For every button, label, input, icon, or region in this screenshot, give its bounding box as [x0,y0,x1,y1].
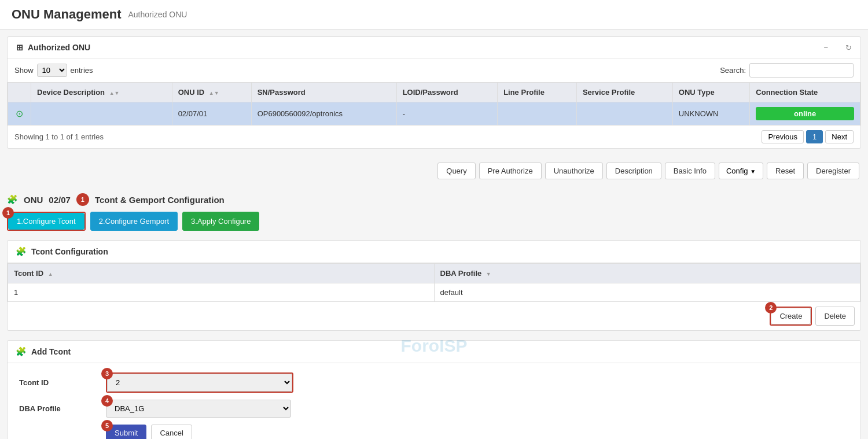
action-bar: Query Pre Authorize Unauthorize Descript… [0,156,868,186]
tcont-table-actions: Create 2 Delete [8,302,860,330]
step-buttons: 1.Configure Tcont 1 2.Configure Gemport … [7,212,861,231]
table-header-row: Device Description ▲▼ ONU ID ▲▼ SN/Passw… [8,83,860,102]
pre-authorize-button[interactable]: Pre Authorize [479,163,542,179]
col-sn-password: SN/Password [251,83,396,102]
config-section: 🧩 ONU 02/07 1 Tcont & Gemport Configurat… [7,193,861,439]
pagination-controls: Previous 1 Next [762,130,854,143]
row-onu-type: UNKNOWN [672,102,750,126]
dba-profile-cell: default [434,283,860,302]
onu-table: Device Description ▲▼ ONU ID ▲▼ SN/Passw… [8,82,860,126]
tcont-header-row: Tcont ID ▲ DBA Profile ▼ [8,264,860,283]
add-tcont-icon: 🧩 [16,346,27,357]
col-loid-password: LOID/Password [396,83,497,102]
apply-configure-button[interactable]: 3.Apply Configure [182,212,259,231]
tcont-row: 1 default [8,283,860,302]
tcont-config-body: Tcont ID ▲ DBA Profile ▼ 1 default [8,263,860,330]
onu-id-label: ONU [24,195,43,205]
tcont-config-header: 🧩 Tcont Configuration [8,241,860,263]
row-radio[interactable]: ⊙ [8,102,31,126]
configure-tcont-button[interactable]: 1.Configure Tcont [8,213,84,230]
search-box: Search: [720,63,854,78]
config-header: 🧩 ONU 02/07 1 Tcont & Gemport Configurat… [7,193,861,206]
table-controls: Show 10 25 50 100 entries Search: [8,58,860,82]
tcont-config-section: 🧩 Tcont Configuration Tcont ID ▲ DBA Pro… [7,240,861,331]
authorized-onu-card: ⊞ Authorized ONU − ↻ Show 10 25 50 100 e… [7,36,861,149]
tcont-id-select[interactable]: 2 1 3 4 [107,374,292,392]
col-select [8,83,31,102]
dba-profile-label: DBA Profile [19,404,106,413]
prev-button[interactable]: Previous [762,130,804,143]
unauthorize-button[interactable]: Unauthorize [545,163,603,179]
tcont-id-badge: 3 [101,368,113,379]
col-onu-id: ONU ID ▲▼ [172,83,251,102]
row-line-profile [498,102,577,126]
reset-button[interactable]: Reset [767,163,804,179]
col-device-description: Device Description ▲▼ [31,83,172,102]
section-header: ⊞ Authorized ONU − ↻ [8,37,860,58]
description-button[interactable]: Description [606,163,661,179]
dba-profile-wrapper: DBA_1G default 4 [106,400,291,418]
tcont-id-highlight: 2 1 3 4 [106,372,293,393]
table-row[interactable]: ⊙ 02/07/01 OP6900560092/optronics - UNKN… [8,102,860,126]
form-actions: Submit 5 Cancel [106,425,849,439]
submit-wrapper: Submit 5 [106,425,146,439]
tcont-col-dba: DBA Profile ▼ [434,264,860,283]
showing-text: Showing 1 to 1 of 1 entries [14,132,104,141]
row-sn-password: OP6900560092/optronics [251,102,396,126]
row-device-desc [31,102,172,126]
page-title: ONU Management [12,7,121,22]
tcont-id-row: Tcont ID 2 1 3 4 3 [19,372,849,393]
config-title: Tcont & Gemport Configuration [95,195,225,205]
dba-profile-row: DBA Profile DBA_1G default 4 [19,400,849,418]
row-connection-state: online [750,102,860,126]
step1-wrapper: 1.Configure Tcont 1 [7,212,86,231]
query-button[interactable]: Query [437,163,475,179]
tcont-id-wrapper: 2 1 3 4 3 [106,372,293,393]
step1-num: 1 [2,207,14,219]
create-button[interactable]: Create [771,308,811,324]
col-service-profile: Service Profile [576,83,672,102]
page-header: ONU Management Authorized ONU [0,0,868,29]
show-entries: Show 10 25 50 100 entries [14,64,93,77]
deregister-button[interactable]: Deregister [807,163,859,179]
add-tcont-header: 🧩 Add Tcont [8,341,860,363]
page-subtitle: Authorized ONU [128,10,187,19]
page-1-button[interactable]: 1 [806,130,823,143]
dba-profile-select[interactable]: DBA_1G default [106,400,291,418]
search-label: Search: [720,66,746,75]
step1-highlight: 1.Configure Tcont [7,212,86,231]
tcont-col-id: Tcont ID ▲ [8,264,435,283]
row-loid-password: - [396,102,497,126]
create-wrapper: Create 2 [770,307,812,326]
add-tcont-section: 🧩 Add Tcont Tcont ID 2 1 3 4 [7,340,861,439]
configure-gemport-button[interactable]: 2.Configure Gemport [90,212,178,231]
tcont-id-label: Tcont ID [19,378,106,387]
dba-profile-badge: 4 [101,395,113,407]
col-onu-type: ONU Type [672,83,750,102]
onu-id-value: 02/07 [49,195,71,205]
row-onu-id: 02/07/01 [172,102,251,126]
tcont-puzzle-icon: 🧩 [16,246,27,257]
tcont-id-cell: 1 [8,283,435,302]
basic-info-button[interactable]: Basic Info [665,163,715,179]
pagination-row: Showing 1 to 1 of 1 entries Previous 1 N… [8,126,860,148]
delete-button[interactable]: Delete [815,307,855,326]
section-title: ⊞ Authorized ONU [16,43,90,52]
next-button[interactable]: Next [825,130,854,143]
row-service-profile [576,102,672,126]
submit-badge: 5 [101,420,113,431]
tcont-table: Tcont ID ▲ DBA Profile ▼ 1 default [8,263,860,302]
content-area: ForoISP 🧩 Tcont Configuration Tcont ID ▲ [7,240,861,439]
entries-select[interactable]: 10 25 50 100 [37,64,67,77]
cancel-button[interactable]: Cancel [151,425,192,439]
refresh-icon[interactable]: ↻ [845,43,852,52]
step1-badge: 1 [76,193,89,206]
search-input[interactable] [749,63,854,78]
col-connection-state: Connection State [750,83,860,102]
col-line-profile: Line Profile [498,83,577,102]
puzzle-icon: 🧩 [7,194,18,205]
add-tcont-body: Tcont ID 2 1 3 4 3 [8,363,860,439]
collapse-icon[interactable]: − [823,43,828,52]
grid-icon: ⊞ [16,43,23,52]
config-button[interactable]: Config [719,163,763,179]
